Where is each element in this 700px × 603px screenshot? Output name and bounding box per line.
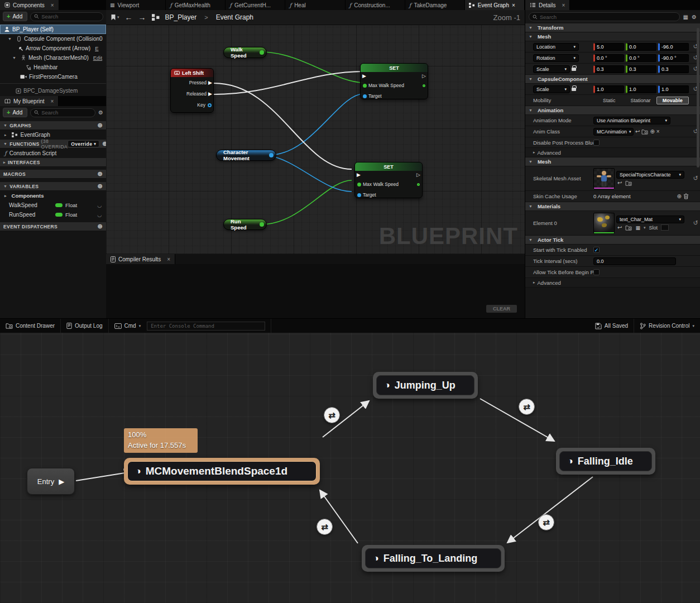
mobility-static-button[interactable]: Static <box>593 97 625 104</box>
node-set-walk[interactable]: SET ▶ ▷ Max Walk Speed Target <box>360 63 428 99</box>
tab-components[interactable]: Components × <box>0 0 59 10</box>
animation-section-header[interactable]: ▼ Animation <box>525 106 700 115</box>
component-row-mesh[interactable]: ▼ Mesh (CharacterMesh0) Edit <box>0 53 106 63</box>
node-run-speed[interactable]: Run Speed <box>223 219 267 230</box>
exec-out-pin[interactable]: ▷ <box>416 172 420 178</box>
display-filter-icon[interactable]: ▦ <box>683 14 688 20</box>
transition-rule-icon[interactable]: ⇄ <box>324 407 340 423</box>
components-search[interactable] <box>30 12 103 21</box>
add-blueprint-item-button[interactable]: + Add <box>3 108 27 117</box>
state-node-falling-idle[interactable]: ◑ Falling_Idle <box>556 448 655 475</box>
node-walk-speed[interactable]: Walk Speed <box>223 47 267 58</box>
tab-construction[interactable]: ƒ Construction... <box>346 0 405 10</box>
scale-dropdown[interactable]: Scale▾ <box>533 65 570 73</box>
component-row-bp-player[interactable]: BP_Player (Self) <box>0 25 106 34</box>
variable-row-runspeed[interactable]: RunSpeed Float ◡ <box>0 210 106 219</box>
anim-state-machine-canvas[interactable]: 100% Active for 17.557s Entry ▶ ◑ MCMove… <box>0 333 700 603</box>
close-icon[interactable]: × <box>167 256 170 262</box>
close-icon[interactable]: × <box>512 2 515 8</box>
use-selected-icon[interactable]: ↩ <box>635 128 640 135</box>
output-pin[interactable] <box>260 222 264 227</box>
close-icon[interactable]: × <box>51 98 54 104</box>
all-saved-button[interactable]: All Saved <box>589 319 634 333</box>
output-pin[interactable] <box>417 183 420 186</box>
exec-pin[interactable]: ▶ <box>208 91 212 97</box>
output-pin[interactable] <box>260 50 264 55</box>
start-tick-checkbox[interactable]: ✓ <box>593 247 600 253</box>
output-pin[interactable] <box>269 153 274 157</box>
details-scrollbar[interactable] <box>697 28 699 168</box>
input-pin[interactable] <box>357 183 361 186</box>
capsule-section-header[interactable]: ▼ CapsuleComponent <box>525 75 700 84</box>
anim-class-dropdown[interactable]: MCAnimation▾ <box>593 128 634 136</box>
forward-arrow-button[interactable]: → <box>138 13 146 22</box>
location-x-field[interactable]: 5.0 <box>593 43 624 51</box>
lock-icon[interactable] <box>572 88 576 91</box>
tab-heal[interactable]: ƒ Heal <box>285 0 345 10</box>
expand-caret-icon[interactable]: ▸ <box>4 133 7 137</box>
component-row-arrow[interactable]: Arrow Component (Arrow) E <box>0 44 106 53</box>
mesh-section-header[interactable]: ▼ Mesh <box>525 157 700 166</box>
tab-event-graph[interactable]: Event Graph × <box>465 0 525 10</box>
interfaces-header[interactable]: ▸ INTERFACES <box>0 158 106 167</box>
material-thumbnail[interactable] <box>593 213 615 234</box>
edit-link[interactable]: Edit <box>93 55 102 61</box>
location-y-field[interactable]: 0.0 <box>626 43 656 51</box>
rotation-dropdown[interactable]: Rotation▾ <box>533 54 579 62</box>
tab-compiler-results[interactable]: Compiler Results × <box>106 254 175 264</box>
capsule-scale-y-field[interactable]: 1.0 <box>626 85 656 93</box>
lock-icon[interactable] <box>572 68 576 71</box>
slot-box[interactable] <box>661 224 669 231</box>
close-icon[interactable]: × <box>51 2 54 8</box>
gear-icon[interactable]: ⚙ <box>98 109 103 116</box>
rotation-z-field[interactable]: -90.0 ° <box>658 54 689 62</box>
tick-interval-field[interactable]: 0.0 <box>593 257 676 265</box>
scale-x-field[interactable]: 0.3 <box>593 65 624 73</box>
reset-icon[interactable]: ↺ <box>691 175 700 182</box>
variables-components-group[interactable]: ▸ Components <box>0 191 106 200</box>
input-pin[interactable] <box>363 84 367 88</box>
capsule-scale-z-field[interactable]: 1.0 <box>658 85 689 93</box>
location-z-field[interactable]: -96.0 <box>658 43 689 51</box>
close-icon[interactable]: × <box>562 2 565 8</box>
variables-header[interactable]: ▼ VARIABLES ⊕ <box>0 182 106 191</box>
exec-row[interactable]: ▶ ▷ <box>355 171 422 179</box>
output-pin[interactable] <box>423 84 425 87</box>
allow-tick-checkbox[interactable] <box>593 269 600 275</box>
exec-in-pin[interactable]: ▶ <box>362 73 366 79</box>
use-selected-icon[interactable]: ↩ <box>617 180 622 186</box>
search-input[interactable] <box>540 14 676 20</box>
tab-details[interactable]: Details × <box>525 0 570 10</box>
cmd-dropdown[interactable]: Cmd ▾ <box>109 319 272 333</box>
construction-script-item[interactable]: ƒ Construction Script <box>0 149 106 158</box>
override-dropdown[interactable]: Override ▾ <box>68 140 99 147</box>
pin-row-pressed[interactable]: Pressed ▶ <box>171 77 213 88</box>
skeletal-mesh-thumbnail[interactable] <box>593 168 615 189</box>
pin-row-target[interactable]: Target <box>361 91 428 101</box>
pin-row-released[interactable]: Released ▶ <box>171 88 213 99</box>
variable-row-walkspeed[interactable]: WalkSpeed Float ◡ <box>0 200 106 210</box>
tab-getmaxhealth[interactable]: ƒ GetMaxHealth <box>166 0 226 10</box>
checker-icon[interactable]: ▦ <box>635 225 640 231</box>
transition-rule-icon[interactable]: ⇄ <box>519 399 535 415</box>
search-input[interactable] <box>41 13 99 20</box>
back-arrow-button[interactable]: ← <box>125 13 133 22</box>
my-blueprint-search[interactable] <box>30 108 95 117</box>
add-icon[interactable]: ⊕ <box>650 128 654 135</box>
console-input[interactable] <box>151 323 261 329</box>
capsule-scale-dropdown[interactable]: Scale▾ <box>533 85 570 93</box>
location-dropdown[interactable]: Location▾ <box>533 43 579 51</box>
key-pin[interactable] <box>208 103 212 107</box>
browse-icon[interactable] <box>625 225 632 231</box>
browse-icon[interactable] <box>641 129 648 135</box>
trash-icon[interactable] <box>683 193 689 199</box>
expand-caret-icon[interactable]: ▼ <box>12 56 16 60</box>
pin-row-max-walk-speed[interactable]: Max Walk Speed <box>355 179 422 190</box>
expand-caret-icon[interactable]: ▼ <box>8 37 12 41</box>
details-search[interactable] <box>529 12 680 21</box>
add-element-icon[interactable]: ⊕ <box>677 193 682 199</box>
state-node-mcmovement[interactable]: ◑ MCMovementBlendSpace1d <box>124 458 320 485</box>
animation-advanced-row[interactable]: ▸ Advanced <box>525 148 700 157</box>
tab-getcurrenthealth[interactable]: ƒ GetCurrentH... <box>226 0 285 10</box>
target-pin[interactable] <box>363 94 367 98</box>
